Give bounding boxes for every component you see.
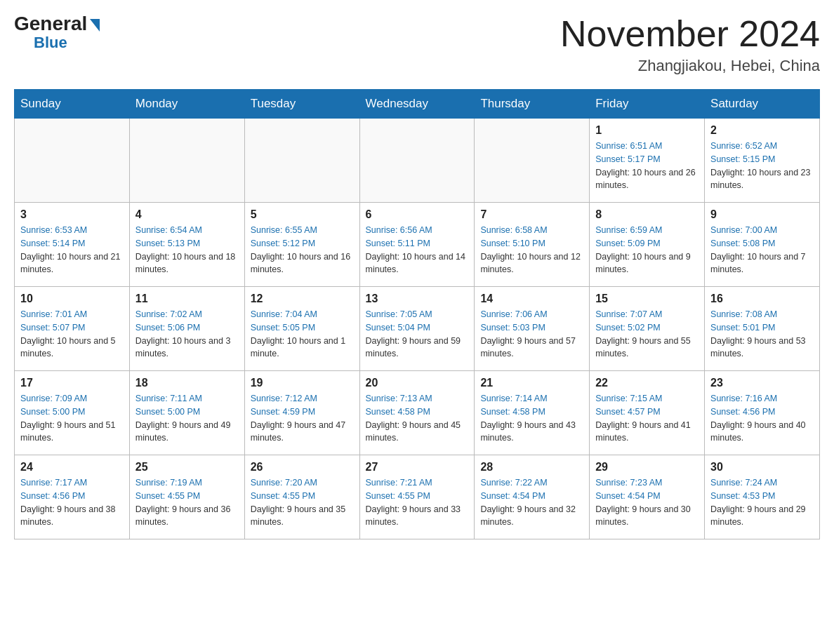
table-row: 28Sunrise: 7:22 AMSunset: 4:54 PMDayligh… <box>475 455 590 539</box>
daylight-text: Daylight: 10 hours and 14 minutes. <box>366 250 469 277</box>
daylight-text: Daylight: 10 hours and 3 minutes. <box>135 335 239 361</box>
calendar-table: Sunday Monday Tuesday Wednesday Thursday… <box>14 89 820 539</box>
table-row: 3Sunrise: 6:53 AMSunset: 5:14 PMDaylight… <box>15 203 130 287</box>
day-info: Sunrise: 7:19 AMSunset: 4:55 PMDaylight:… <box>135 476 239 529</box>
sunrise-text: Sunrise: 7:08 AM <box>710 308 814 321</box>
daylight-text: Daylight: 9 hours and 53 minutes. <box>710 335 814 361</box>
daylight-text: Daylight: 10 hours and 21 minutes. <box>20 250 124 277</box>
sunrise-text: Sunrise: 7:04 AM <box>251 308 354 321</box>
sunset-text: Sunset: 5:00 PM <box>135 405 239 419</box>
day-info: Sunrise: 7:14 AMSunset: 4:58 PMDaylight:… <box>480 392 583 445</box>
day-number: 15 <box>595 293 699 305</box>
sunset-text: Sunset: 5:04 PM <box>366 321 469 335</box>
day-number: 25 <box>135 461 239 474</box>
daylight-text: Daylight: 10 hours and 1 minute. <box>251 335 354 361</box>
sunset-text: Sunset: 4:57 PM <box>595 405 699 419</box>
sunrise-text: Sunrise: 7:05 AM <box>366 308 469 321</box>
sunset-text: Sunset: 5:11 PM <box>366 237 469 250</box>
day-info: Sunrise: 6:56 AMSunset: 5:11 PMDaylight:… <box>366 224 469 276</box>
sunset-text: Sunset: 5:07 PM <box>20 321 124 335</box>
logo: General Blue <box>14 14 100 52</box>
daylight-text: Daylight: 9 hours and 40 minutes. <box>710 419 814 445</box>
header-monday: Monday <box>129 90 244 119</box>
day-number: 12 <box>251 293 354 305</box>
sunrise-text: Sunrise: 7:12 AM <box>251 392 354 405</box>
sunrise-text: Sunrise: 7:09 AM <box>20 392 124 405</box>
daylight-text: Daylight: 9 hours and 33 minutes. <box>366 503 469 530</box>
sunrise-text: Sunrise: 7:15 AM <box>595 392 699 405</box>
sunrise-text: Sunrise: 6:58 AM <box>480 224 583 237</box>
daylight-text: Daylight: 9 hours and 35 minutes. <box>251 503 354 530</box>
table-row: 17Sunrise: 7:09 AMSunset: 5:00 PMDayligh… <box>15 371 130 455</box>
sunset-text: Sunset: 4:54 PM <box>595 490 699 503</box>
daylight-text: Daylight: 9 hours and 29 minutes. <box>710 503 814 530</box>
table-row: 18Sunrise: 7:11 AMSunset: 5:00 PMDayligh… <box>129 371 244 455</box>
sunrise-text: Sunrise: 6:59 AM <box>595 224 699 237</box>
day-number: 23 <box>710 377 814 389</box>
calendar-week-row: 17Sunrise: 7:09 AMSunset: 5:00 PMDayligh… <box>15 371 820 455</box>
table-row <box>15 119 130 203</box>
table-row: 21Sunrise: 7:14 AMSunset: 4:58 PMDayligh… <box>475 371 590 455</box>
table-row: 2Sunrise: 6:52 AMSunset: 5:15 PMDaylight… <box>705 119 820 203</box>
table-row <box>129 119 244 203</box>
day-number: 4 <box>135 208 239 221</box>
daylight-text: Daylight: 9 hours and 45 minutes. <box>366 419 469 445</box>
sunrise-text: Sunrise: 6:52 AM <box>710 140 814 153</box>
day-info: Sunrise: 7:06 AMSunset: 5:03 PMDaylight:… <box>480 308 583 361</box>
day-info: Sunrise: 7:08 AMSunset: 5:01 PMDaylight:… <box>710 308 814 361</box>
daylight-text: Daylight: 10 hours and 7 minutes. <box>710 250 814 277</box>
daylight-text: Daylight: 10 hours and 23 minutes. <box>710 166 814 193</box>
sunset-text: Sunset: 4:59 PM <box>251 405 354 419</box>
day-number: 22 <box>595 377 699 389</box>
table-row: 12Sunrise: 7:04 AMSunset: 5:05 PMDayligh… <box>244 287 359 371</box>
sunrise-text: Sunrise: 7:23 AM <box>595 476 699 490</box>
sunset-text: Sunset: 5:10 PM <box>480 237 583 250</box>
sunrise-text: Sunrise: 7:24 AM <box>710 476 814 490</box>
sunrise-text: Sunrise: 7:01 AM <box>20 308 124 321</box>
sunset-text: Sunset: 5:06 PM <box>135 321 239 335</box>
sunset-text: Sunset: 5:03 PM <box>480 321 583 335</box>
daylight-text: Daylight: 9 hours and 43 minutes. <box>480 419 583 445</box>
day-number: 2 <box>710 124 814 137</box>
day-number: 11 <box>135 293 239 305</box>
sunrise-text: Sunrise: 7:06 AM <box>480 308 583 321</box>
daylight-text: Daylight: 10 hours and 5 minutes. <box>20 335 124 361</box>
day-info: Sunrise: 7:16 AMSunset: 4:56 PMDaylight:… <box>710 392 814 445</box>
day-number: 8 <box>595 208 699 221</box>
day-info: Sunrise: 7:23 AMSunset: 4:54 PMDaylight:… <box>595 476 699 529</box>
sunset-text: Sunset: 4:56 PM <box>710 405 814 419</box>
sunrise-text: Sunrise: 6:53 AM <box>20 224 124 237</box>
header-saturday: Saturday <box>705 90 820 119</box>
table-row: 13Sunrise: 7:05 AMSunset: 5:04 PMDayligh… <box>359 287 475 371</box>
daylight-text: Daylight: 9 hours and 57 minutes. <box>480 335 583 361</box>
day-info: Sunrise: 7:13 AMSunset: 4:58 PMDaylight:… <box>366 392 469 445</box>
day-info: Sunrise: 7:17 AMSunset: 4:56 PMDaylight:… <box>20 476 124 529</box>
calendar-week-row: 10Sunrise: 7:01 AMSunset: 5:07 PMDayligh… <box>15 287 820 371</box>
sunrise-text: Sunrise: 7:14 AM <box>480 392 583 405</box>
day-number: 16 <box>710 293 814 305</box>
day-number: 7 <box>480 208 583 221</box>
daylight-text: Daylight: 9 hours and 47 minutes. <box>251 419 354 445</box>
daylight-text: Daylight: 9 hours and 49 minutes. <box>135 419 239 445</box>
sunset-text: Sunset: 5:13 PM <box>135 237 239 250</box>
table-row: 22Sunrise: 7:15 AMSunset: 4:57 PMDayligh… <box>590 371 705 455</box>
sunrise-text: Sunrise: 7:00 AM <box>710 224 814 237</box>
sunset-text: Sunset: 5:12 PM <box>251 237 354 250</box>
sunset-text: Sunset: 5:17 PM <box>595 153 699 166</box>
sunset-text: Sunset: 5:05 PM <box>251 321 354 335</box>
day-info: Sunrise: 6:52 AMSunset: 5:15 PMDaylight:… <box>710 140 814 192</box>
table-row: 1Sunrise: 6:51 AMSunset: 5:17 PMDaylight… <box>590 119 705 203</box>
sunset-text: Sunset: 5:15 PM <box>710 153 814 166</box>
sunset-text: Sunset: 5:00 PM <box>20 405 124 419</box>
logo-general: General <box>14 14 87 34</box>
sunset-text: Sunset: 5:02 PM <box>595 321 699 335</box>
table-row: 29Sunrise: 7:23 AMSunset: 4:54 PMDayligh… <box>590 455 705 539</box>
table-row: 10Sunrise: 7:01 AMSunset: 5:07 PMDayligh… <box>15 287 130 371</box>
day-number: 28 <box>480 461 583 474</box>
table-row: 26Sunrise: 7:20 AMSunset: 4:55 PMDayligh… <box>244 455 359 539</box>
header-sunday: Sunday <box>15 90 130 119</box>
day-number: 29 <box>595 461 699 474</box>
day-number: 24 <box>20 461 124 474</box>
calendar-week-row: 1Sunrise: 6:51 AMSunset: 5:17 PMDaylight… <box>15 119 820 203</box>
table-row: 5Sunrise: 6:55 AMSunset: 5:12 PMDaylight… <box>244 203 359 287</box>
